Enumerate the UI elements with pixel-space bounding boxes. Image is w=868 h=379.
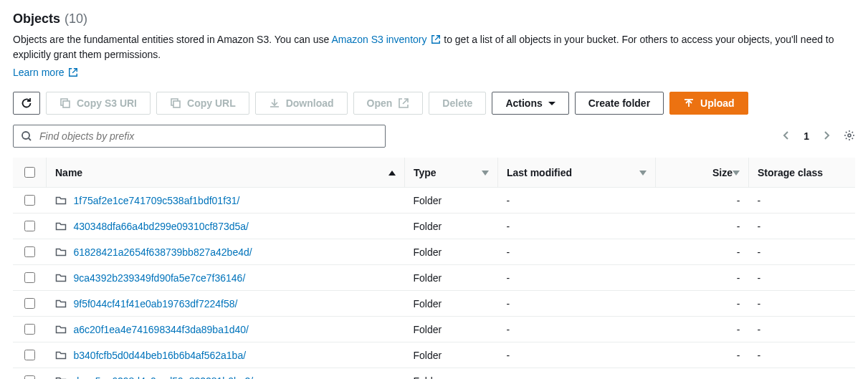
chevron-left-icon xyxy=(781,130,792,141)
object-name-link[interactable]: 9f5f044cf41f41e0ab19763df7224f58/ xyxy=(74,298,238,310)
object-name-link[interactable]: 9ca4392b239349fd90fa5e7ce7f36146/ xyxy=(74,272,246,284)
open-button[interactable]: Open xyxy=(353,92,424,115)
table-row: 61828421a2654f638739bb827a42be4d/Folder-… xyxy=(13,239,855,265)
select-all-checkbox[interactable] xyxy=(24,167,35,178)
copy-icon xyxy=(170,97,181,109)
object-size: - xyxy=(656,368,749,380)
copy-url-button[interactable]: Copy URL xyxy=(156,92,249,115)
column-type[interactable]: Type xyxy=(405,158,498,188)
external-link-icon xyxy=(68,67,78,77)
column-last-modified[interactable]: Last modified xyxy=(498,158,656,188)
object-storage-class: - xyxy=(749,342,856,368)
copy-s3-uri-button[interactable]: Copy S3 URI xyxy=(46,92,151,115)
external-link-icon xyxy=(431,34,441,44)
object-name-link[interactable]: 1f75af2e1ce741709c538af1bdf01f31/ xyxy=(74,195,240,206)
row-checkbox[interactable] xyxy=(24,350,35,360)
column-storage-class[interactable]: Storage class xyxy=(749,158,856,188)
search-input[interactable] xyxy=(38,130,378,143)
inventory-link[interactable]: Amazon S3 inventory xyxy=(331,34,441,45)
upload-button[interactable]: Upload xyxy=(669,92,748,115)
row-checkbox[interactable] xyxy=(24,324,35,335)
object-name-link[interactable]: dcaa5ea6298d4c0cad59e832281b0be2/ xyxy=(74,375,254,380)
object-storage-class: - xyxy=(749,291,856,317)
object-storage-class: - xyxy=(749,265,856,291)
page-number: 1 xyxy=(803,130,809,142)
sort-asc-icon xyxy=(388,171,396,176)
sort-icon xyxy=(733,171,740,176)
row-checkbox[interactable] xyxy=(24,375,35,379)
object-storage-class: - xyxy=(749,188,856,214)
settings-button[interactable] xyxy=(844,130,855,143)
delete-button[interactable]: Delete xyxy=(429,92,486,115)
table-row: 9ca4392b239349fd90fa5e7ce7f36146/Folder-… xyxy=(13,265,855,291)
object-size: - xyxy=(656,317,749,342)
object-size: - xyxy=(656,265,749,291)
table-row: 1f75af2e1ce741709c538af1bdf01f31/Folder-… xyxy=(13,188,855,214)
pager: 1 xyxy=(781,130,855,143)
download-icon xyxy=(269,97,280,109)
folder-icon xyxy=(55,375,67,380)
row-checkbox[interactable] xyxy=(24,246,35,257)
search-input-wrap[interactable] xyxy=(13,125,386,148)
row-checkbox[interactable] xyxy=(24,195,35,206)
object-last-modified: - xyxy=(498,188,656,214)
folder-icon xyxy=(55,324,67,335)
table-row: a6c20f1ea4e741698344f3da89ba1d40/Folder-… xyxy=(13,317,855,342)
row-checkbox[interactable] xyxy=(24,272,35,283)
row-checkbox[interactable] xyxy=(24,298,35,309)
object-type: Folder xyxy=(405,291,498,317)
actions-button[interactable]: Actions xyxy=(492,92,568,115)
page-title: Objects (10) xyxy=(13,11,855,27)
prev-page-button[interactable] xyxy=(781,130,792,143)
objects-table: Name Type Last modified Size Storage cla… xyxy=(13,158,855,379)
object-count: (10) xyxy=(65,11,87,27)
folder-icon xyxy=(55,350,67,361)
table-row: 9f5f044cf41f41e0ab19763df7224f58/Folder-… xyxy=(13,291,855,317)
folder-icon xyxy=(55,298,67,310)
upload-icon xyxy=(683,97,695,109)
object-name-link[interactable]: b340fcfb5d0d44beb16b6b4af562a1ba/ xyxy=(74,350,247,361)
chevron-down-icon xyxy=(548,102,555,105)
refresh-button[interactable] xyxy=(13,92,40,115)
object-size: - xyxy=(656,214,749,239)
learn-more-link[interactable]: Learn more xyxy=(13,67,78,78)
table-row: b340fcfb5d0d44beb16b6b4af562a1ba/Folder-… xyxy=(13,342,855,368)
refresh-icon xyxy=(21,97,32,109)
svg-rect-0 xyxy=(63,101,70,107)
toolbar: Copy S3 URI Copy URL Download Open Delet… xyxy=(13,92,855,115)
description: Objects are the fundamental entities sto… xyxy=(13,32,855,80)
folder-icon xyxy=(55,246,67,258)
row-checkbox[interactable] xyxy=(24,221,35,231)
object-last-modified: - xyxy=(498,265,656,291)
object-type: Folder xyxy=(405,265,498,291)
object-last-modified: - xyxy=(498,214,656,239)
download-button[interactable]: Download xyxy=(255,92,348,115)
folder-icon xyxy=(55,221,67,232)
object-storage-class: - xyxy=(749,368,856,380)
next-page-button[interactable] xyxy=(821,130,832,143)
object-storage-class: - xyxy=(749,214,856,239)
object-storage-class: - xyxy=(749,239,856,265)
object-name-link[interactable]: 61828421a2654f638739bb827a42be4d/ xyxy=(74,246,252,258)
desc-pre: Objects are the fundamental entities sto… xyxy=(13,34,331,45)
table-row: 430348dfa66a4bd299e09310cf873d5a/Folder-… xyxy=(13,214,855,239)
sort-icon xyxy=(639,171,647,176)
svg-point-2 xyxy=(22,132,29,139)
object-size: - xyxy=(656,291,749,317)
object-storage-class: - xyxy=(749,317,856,342)
copy-icon xyxy=(59,97,71,109)
object-last-modified: - xyxy=(498,342,656,368)
title-text: Objects xyxy=(13,11,60,27)
object-type: Folder xyxy=(405,239,498,265)
create-folder-button[interactable]: Create folder xyxy=(575,92,664,115)
external-link-icon xyxy=(398,97,409,109)
object-name-link[interactable]: 430348dfa66a4bd299e09310cf873d5a/ xyxy=(74,221,249,232)
column-size[interactable]: Size xyxy=(656,158,749,188)
svg-rect-1 xyxy=(173,101,180,107)
object-size: - xyxy=(656,239,749,265)
search-icon xyxy=(21,130,32,142)
select-all-header xyxy=(13,158,47,188)
column-name[interactable]: Name xyxy=(47,158,405,188)
object-name-link[interactable]: a6c20f1ea4e741698344f3da89ba1d40/ xyxy=(74,324,249,335)
object-size: - xyxy=(656,342,749,368)
